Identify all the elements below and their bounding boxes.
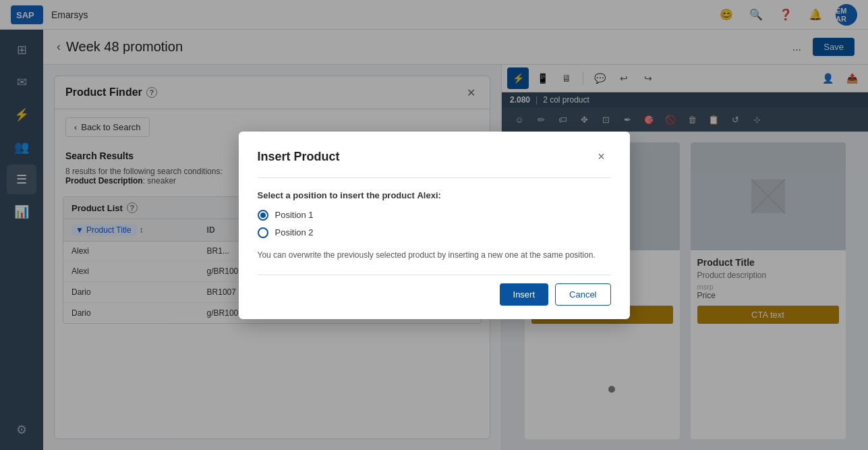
position-1-radio-input[interactable] <box>258 210 268 221</box>
modal-product-name-bold: Alexi: <box>417 190 440 200</box>
modal-body: Select a position to insert the product … <box>258 190 611 261</box>
position-1-radio[interactable]: Position 1 <box>258 210 611 221</box>
modal-select-text: Select a position to insert the product <box>258 190 415 200</box>
modal-header: Insert Product × <box>258 148 611 167</box>
modal-close-button[interactable]: × <box>592 148 611 167</box>
insert-button[interactable]: Insert <box>500 283 549 306</box>
modal-divider <box>258 177 611 178</box>
position-2-radio-input[interactable] <box>258 227 268 238</box>
cancel-button[interactable]: Cancel <box>555 283 610 306</box>
modal-backdrop: Insert Product × Select a position to in… <box>0 0 868 450</box>
modal-select-label: Select a position to insert the product … <box>258 190 611 200</box>
position-2-radio[interactable]: Position 2 <box>258 227 611 238</box>
position-1-label: Position 1 <box>275 210 314 220</box>
modal-note: You can overwrite the previously selecte… <box>258 249 611 261</box>
modal-footer: Insert Cancel <box>258 275 611 306</box>
radio-group: Position 1 Position 2 <box>258 210 611 238</box>
insert-product-modal: Insert Product × Select a position to in… <box>239 132 630 319</box>
modal-title: Insert Product <box>258 150 340 164</box>
modal-product-name: Alexi: <box>417 190 440 200</box>
position-2-label: Position 2 <box>275 227 314 237</box>
